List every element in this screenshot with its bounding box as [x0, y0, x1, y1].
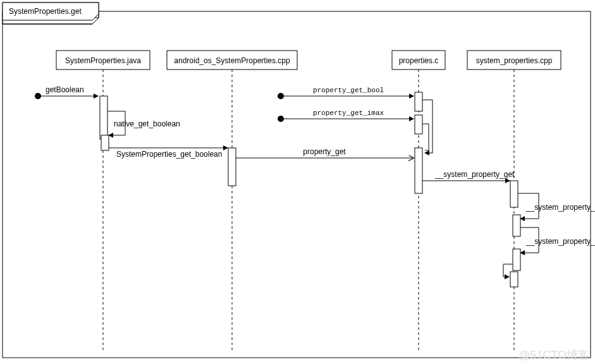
msg-native_get_boolean: native_get_boolean: [114, 119, 180, 128]
svg-rect-26: [513, 249, 520, 270]
svg-rect-24: [510, 181, 518, 207]
msg-SystemProperties_get_boolean: SystemProperties_get_boolean: [116, 150, 222, 159]
participant-4: system_properties.cpp: [476, 56, 553, 65]
svg-rect-13: [100, 96, 107, 139]
svg-rect-25: [513, 215, 520, 236]
svg-rect-15: [415, 92, 422, 111]
participant-1: SystemProperties.java: [65, 56, 141, 65]
found-message-icon: [278, 116, 284, 122]
watermark: @51CTO博客: [518, 349, 589, 361]
msg-__system_property_read-1: __system_property_read: [525, 203, 595, 212]
diagram-title: SystemProperties.get: [9, 7, 82, 16]
svg-rect-17: [415, 115, 422, 134]
msg-getBoolean: getBoolean: [46, 85, 84, 94]
sequence-diagram: SystemProperties.get SystemProperties.ge…: [0, 0, 595, 364]
svg-rect-18: [101, 135, 109, 150]
msg-property_get_bool: property_get_bool: [313, 87, 384, 94]
msg-__system_property_read-2: __system_property_read: [525, 237, 595, 246]
svg-rect-27: [510, 272, 518, 287]
svg-rect-20: [228, 148, 236, 186]
svg-rect-22: [415, 148, 422, 193]
participant-3: properties.c: [399, 56, 439, 65]
found-message-start-icon: [35, 93, 41, 99]
msg-property_get: property_get: [303, 147, 346, 156]
found-message-icon: [278, 93, 284, 99]
msg-property_get_imax: property_get_imax: [313, 109, 384, 117]
msg-__system_property_get: __system_property_get: [434, 170, 515, 179]
participant-2: android_os_SystemProperties.cpp: [174, 56, 290, 65]
